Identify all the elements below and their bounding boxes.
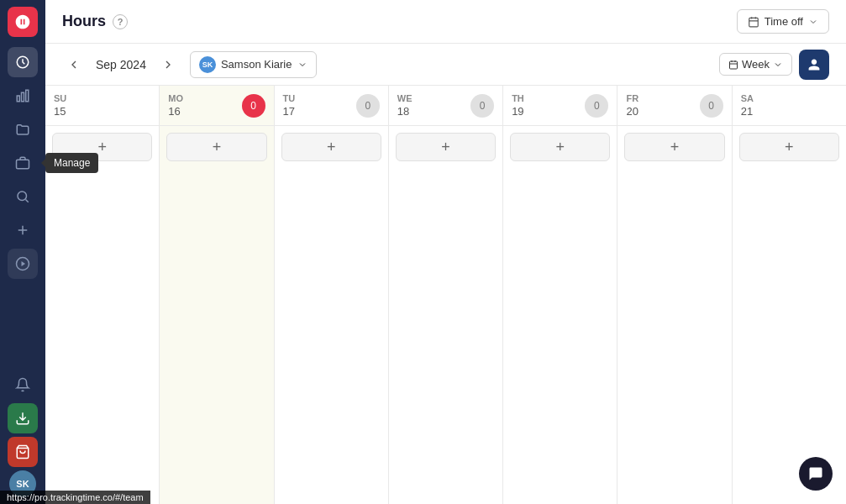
day-body-16 [160, 168, 273, 504]
day-column-15: SU15+ [45, 86, 160, 504]
add-entry-button-21[interactable]: + [739, 133, 839, 161]
day-name-17: TU [283, 93, 296, 103]
add-entry-button-20[interactable]: + [624, 133, 724, 161]
sidebar-bottom: SK [8, 370, 38, 497]
sidebar-item-reports[interactable] [8, 81, 38, 111]
day-name-19: TH [512, 93, 524, 103]
day-header-17: TU170 [275, 86, 388, 126]
main-content: Hours ? Time off Sep 2024 [45, 0, 846, 504]
day-name-21: SA [741, 93, 754, 103]
day-column-18: WE180+ [389, 86, 503, 504]
calendar-icon [748, 16, 759, 28]
chat-bubble[interactable] [799, 457, 833, 491]
day-header-16: MO160 [160, 86, 273, 126]
day-body-21 [733, 168, 846, 504]
add-entry-button-16[interactable]: + [166, 133, 266, 161]
day-column-17: TU170+ [275, 86, 389, 504]
day-badge-20: 0 [700, 94, 723, 118]
day-column-20: FR200+ [617, 86, 732, 504]
day-body-20 [617, 168, 731, 504]
day-number-20: 20 [626, 105, 638, 118]
day-column-19: TH190+ [503, 86, 617, 504]
calendar-grid: SU15+MO160+TU170+WE180+TH190+FR200+SA21+ [45, 86, 846, 504]
page-title: Hours ? [62, 13, 128, 30]
week-selector[interactable]: Week [719, 53, 792, 76]
day-number-19: 19 [512, 105, 524, 118]
person-avatar: SK [199, 56, 216, 73]
title-text: Hours [62, 13, 106, 30]
day-badge-16: 0 [242, 94, 265, 118]
add-entry-button-19[interactable]: + [510, 133, 610, 161]
sidebar-item-notifications[interactable] [8, 370, 38, 400]
day-number-15: 15 [54, 105, 66, 118]
svg-rect-8 [730, 61, 738, 69]
add-entry-button-15[interactable]: + [52, 133, 152, 161]
day-header-18: WE180 [389, 86, 502, 126]
day-body-17 [275, 168, 388, 504]
svg-point-5 [18, 192, 27, 201]
day-header-15: SU15 [45, 86, 159, 126]
svg-rect-2 [22, 92, 24, 102]
time-off-label: Time off [765, 15, 803, 28]
day-badge-18: 0 [470, 94, 494, 118]
header-right: Time off [737, 9, 829, 34]
day-body-15 [45, 168, 159, 504]
day-name-18: WE [397, 93, 412, 103]
calendar-toolbar: Sep 2024 SK Samson Kiarie Week [45, 44, 846, 86]
sidebar-item-play[interactable] [8, 249, 38, 279]
week-chevron-icon [773, 60, 783, 70]
app-logo[interactable] [8, 7, 38, 37]
day-number-16: 16 [168, 105, 183, 118]
day-header-20: FR200 [617, 86, 731, 126]
prev-week-button[interactable] [62, 53, 86, 76]
time-off-button[interactable]: Time off [737, 9, 829, 34]
app-header: Hours ? Time off [45, 0, 846, 44]
help-button[interactable]: ? [113, 14, 128, 29]
sidebar-item-projects[interactable] [8, 114, 38, 144]
day-header-21: SA21 [733, 86, 846, 126]
day-column-16: MO160+ [160, 86, 274, 504]
sidebar-item-timer[interactable] [8, 47, 38, 77]
add-entry-button-17[interactable]: + [281, 133, 381, 161]
sidebar-item-download[interactable] [8, 403, 38, 433]
calendar-week-icon [728, 60, 738, 70]
next-week-button[interactable] [156, 53, 180, 76]
month-year-label: Sep 2024 [96, 58, 146, 71]
svg-rect-1 [17, 96, 19, 102]
svg-rect-7 [749, 18, 759, 26]
day-body-18 [389, 168, 502, 504]
day-number-18: 18 [397, 105, 412, 118]
day-header-19: TH190 [503, 86, 617, 126]
person-chevron-icon [297, 60, 307, 70]
day-column-21: SA21+ [733, 86, 846, 504]
day-body-19 [503, 168, 617, 504]
toolbar-right: Week [719, 50, 829, 80]
chevron-left-icon [67, 58, 81, 71]
day-name-20: FR [626, 93, 638, 103]
day-badge-19: 0 [585, 94, 608, 118]
sidebar: Manage [0, 0, 45, 504]
sidebar-item-add[interactable] [8, 215, 38, 245]
sidebar-item-search[interactable] [8, 181, 38, 212]
person-name: Samson Kiarie [221, 58, 292, 71]
day-name-15: SU [54, 93, 66, 103]
svg-rect-4 [17, 160, 29, 169]
day-name-16: MO [168, 93, 183, 103]
url-bar: https://pro.trackingtime.co/#/team [0, 491, 150, 504]
day-number-21: 21 [741, 105, 754, 118]
week-label: Week [742, 58, 770, 71]
chat-icon [808, 466, 823, 481]
svg-rect-3 [26, 90, 29, 102]
day-number-17: 17 [283, 105, 296, 118]
sidebar-item-shop[interactable] [8, 437, 38, 467]
chevron-down-icon [808, 17, 818, 27]
add-entry-button-18[interactable]: + [396, 133, 496, 161]
person-selector[interactable]: SK Samson Kiarie [190, 51, 317, 78]
chevron-right-icon [161, 58, 175, 71]
day-badge-17: 0 [356, 94, 380, 118]
user-icon [807, 58, 821, 71]
profile-button[interactable] [799, 50, 829, 80]
sidebar-item-manage[interactable] [8, 148, 38, 178]
